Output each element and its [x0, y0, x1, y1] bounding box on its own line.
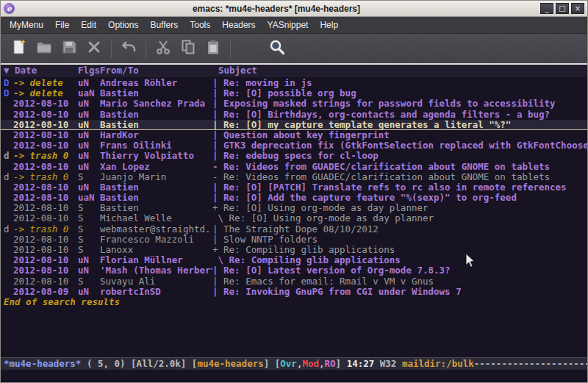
- save-button[interactable]: [57, 37, 82, 60]
- message-row[interactable]: d-> trash 0uNThierry Volpiatto| Re: edeb…: [1, 151, 587, 161]
- row-flags: uN: [78, 130, 100, 140]
- message-row[interactable]: 2012-08-10SMichael Welle \ Re: [O] Using…: [1, 213, 587, 223]
- column-subject: Subject: [212, 65, 587, 76]
- cut-button[interactable]: [151, 37, 176, 60]
- menu-mymenu[interactable]: MyMenu: [4, 18, 49, 32]
- menu-file[interactable]: File: [49, 18, 75, 32]
- row-subject: | Re: [O] Add the capture feature "%(sex…: [212, 193, 587, 203]
- menu-help[interactable]: Help: [314, 18, 344, 32]
- row-mark-char: [4, 235, 13, 245]
- row-mark-char: [4, 255, 13, 265]
- row-subject: | Re: moving in js: [212, 78, 587, 88]
- message-row[interactable]: 2012-08-10uNMario Sanchez Prada| Exposin…: [1, 99, 587, 109]
- modeline-segment: ] [: [264, 358, 281, 369]
- message-row[interactable]: D-> deleteuNAndreas Röhler| Re: moving i…: [1, 78, 587, 88]
- row-from: Frans Oilinki: [100, 140, 212, 151]
- menu-tools[interactable]: Tools: [184, 18, 216, 32]
- minimize-button[interactable]: _: [540, 3, 553, 14]
- undo-icon: [120, 38, 137, 59]
- row-date: 2012-08-10: [13, 245, 78, 255]
- menu-headers[interactable]: Headers: [216, 18, 261, 32]
- close-button[interactable]: [82, 37, 107, 60]
- row-mark-char: [4, 120, 13, 129]
- menu-buffers[interactable]: Buffers: [144, 18, 184, 32]
- message-row[interactable]: 2012-08-10SSuvayu Ali| Re: Emacs for ema…: [1, 276, 587, 287]
- row-mark-char: [4, 140, 13, 151]
- menu-yasnippet[interactable]: YASnippet: [262, 18, 315, 32]
- modeline-segment: ----------------------------------------…: [474, 358, 587, 369]
- row-date: 2012-08-10: [13, 276, 78, 287]
- message-row[interactable]: 2012-08-10uNHardKor| Question about key …: [1, 130, 587, 140]
- title-bar[interactable]: e emacs: *mu4e-headers* [mu4e-headers] _…: [1, 1, 587, 17]
- row-from: robertcInSD: [100, 287, 212, 297]
- message-row[interactable]: 2012-08-10uNXan Lopez- Re: Videos from G…: [1, 162, 587, 172]
- row-date: 2012-08-10: [13, 235, 78, 245]
- message-row[interactable]: 2012-08-09uNrobertcInSD| Re: Invoking Gn…: [1, 287, 587, 297]
- row-flags: uN: [78, 182, 100, 193]
- row-subject: | Re: [O] Birthdays, org-contacts and ag…: [212, 110, 587, 120]
- row-flags: uN: [78, 255, 100, 265]
- message-row[interactable]: 2012-08-10uNBastien| Re: [O] [PATCH] Tra…: [1, 182, 587, 193]
- message-row[interactable]: 2012-08-10SLanoxx+ Re: Compiling glib ap…: [1, 245, 587, 255]
- menu-options[interactable]: Options: [102, 18, 144, 32]
- message-row[interactable]: 2012-08-10uNBastien| Re: [O] my capture …: [1, 120, 587, 130]
- row-flags: uN: [78, 140, 100, 151]
- open-folder-button[interactable]: [32, 37, 57, 60]
- row-from: Lanoxx: [100, 245, 212, 255]
- save-icon: [60, 38, 78, 59]
- message-row[interactable]: 2012-08-10uNBastien| Re: [O] Birthdays, …: [1, 110, 587, 120]
- row-date: 2012-08-10: [13, 193, 78, 203]
- modeline-segment: RO: [325, 358, 336, 369]
- message-row[interactable]: 2012-08-10uN'Mash (Thomas Herbert)| Re: …: [1, 265, 587, 276]
- cut-icon: [154, 38, 172, 59]
- row-from: Bastien: [100, 88, 212, 99]
- row-flags: uN: [78, 99, 100, 109]
- row-date: 2012-08-10: [13, 265, 78, 276]
- row-from: Xan Lopez: [100, 162, 212, 172]
- row-mark-char: [4, 213, 13, 223]
- new-file-button[interactable]: [7, 37, 32, 60]
- row-mark-char: [4, 245, 13, 255]
- row-from: Bastien: [100, 193, 212, 203]
- row-from: HardKor: [100, 130, 212, 140]
- row-flags: uN: [78, 287, 100, 297]
- row-date: 2012-08-10: [13, 203, 78, 213]
- message-row[interactable]: 2012-08-10SBastien+ Re: [O] Using org-mo…: [1, 203, 587, 213]
- copy-button[interactable]: [176, 37, 201, 60]
- row-from: Bastien: [100, 110, 212, 120]
- row-flags: S: [78, 276, 100, 287]
- row-date: -> delete: [13, 78, 78, 88]
- maximize-button[interactable]: □: [556, 3, 569, 14]
- row-from: Bastien: [100, 203, 212, 213]
- echo-area[interactable]: [1, 370, 587, 382]
- row-from: Michael Welle: [100, 213, 212, 223]
- copy-icon: [179, 38, 197, 59]
- row-subject: - Re: Videos from GUADEC/clarification a…: [212, 172, 587, 182]
- search-button[interactable]: [265, 37, 290, 60]
- message-row[interactable]: d-> trash 0Swebmaster@straightd...| The …: [1, 224, 587, 235]
- paste-button[interactable]: [201, 37, 226, 60]
- row-date: 2012-08-10: [13, 182, 78, 193]
- message-row[interactable]: d-> trash 0SJuanjo Marin- Re: Videos fro…: [1, 172, 587, 182]
- column-date-label: Date: [15, 65, 37, 76]
- row-date: -> delete: [13, 88, 78, 99]
- toolbar-separator: [111, 39, 112, 58]
- message-row[interactable]: 2012-08-10SFrancesco Mazzoli| Slow NNTP …: [1, 235, 587, 245]
- row-from: Mario Sanchez Prada: [100, 99, 212, 109]
- message-row[interactable]: 2012-08-10uNFrans Oilinki| GTK3 deprecat…: [1, 140, 587, 151]
- sort-descending-icon[interactable]: ▼: [4, 65, 15, 76]
- row-subject: | Re: edebug specs for cl-loop: [212, 151, 587, 161]
- message-row[interactable]: D-> deleteuaNBastien| Re: [O] possible o…: [1, 88, 587, 99]
- modeline-segment: Ovr: [280, 358, 297, 369]
- row-date: 2012-08-10: [13, 255, 78, 265]
- modeline-segment: maildir:/bulk: [402, 358, 474, 369]
- end-of-results-text: End of search results: [1, 297, 587, 307]
- emacs-window: e emacs: *mu4e-headers* [mu4e-headers] _…: [0, 0, 588, 383]
- row-flags: uN: [78, 151, 100, 161]
- undo-button[interactable]: [116, 37, 141, 60]
- row-date: 2012-08-10: [13, 130, 78, 140]
- message-row[interactable]: 2012-08-10uaNBastien| Re: [O] Add the ca…: [1, 193, 587, 203]
- close-button[interactable]: ×: [571, 3, 584, 14]
- message-row[interactable]: 2012-08-10uNFlorian Müllner \ Re: Compil…: [1, 255, 587, 265]
- menu-edit[interactable]: Edit: [75, 18, 102, 32]
